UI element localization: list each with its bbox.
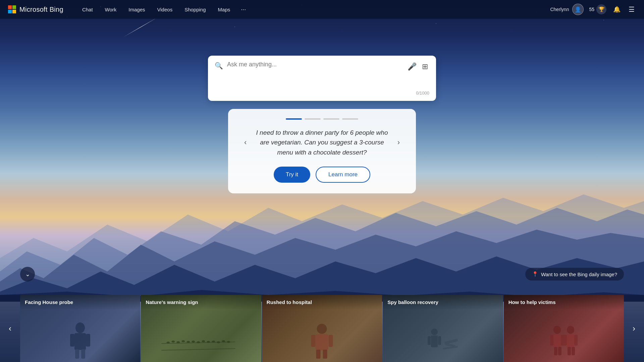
suggestion-prev-button[interactable]: ‹ xyxy=(241,137,249,148)
username-label: Cherlynn xyxy=(550,7,569,12)
char-count: 0/1000 xyxy=(215,90,429,96)
dot-1 xyxy=(286,118,302,120)
notifications-bell-icon[interactable]: 🔔 xyxy=(612,4,622,14)
suggestion-nav: ‹ I need to throw a dinner party for 6 p… xyxy=(241,128,402,157)
svg-rect-36 xyxy=(550,335,553,346)
svg-rect-22 xyxy=(316,334,328,350)
search-inner: 🔍 🎤 ⊞ xyxy=(215,61,429,88)
svg-rect-33 xyxy=(443,346,458,350)
suggestion-buttons: Try it Learn more xyxy=(274,167,370,183)
svg-rect-28 xyxy=(431,336,438,347)
svg-point-13 xyxy=(192,341,195,343)
microsoft-logo xyxy=(8,5,16,13)
daily-image-button[interactable]: 📍 Want to see the Bing daily image? xyxy=(525,268,624,281)
points-value: 55 xyxy=(589,7,594,12)
svg-point-27 xyxy=(431,328,438,335)
news-card-3-title: Rushed to hospital xyxy=(262,295,382,310)
nav-shopping[interactable]: Shopping xyxy=(179,5,211,14)
news-card-natures-warning[interactable]: Nature's warning sign xyxy=(141,295,261,362)
news-card-rushed-hospital[interactable]: Rushed to hospital xyxy=(262,295,382,362)
nav-videos[interactable]: Videos xyxy=(152,5,178,14)
svg-point-8 xyxy=(167,342,170,344)
nav-maps[interactable]: Maps xyxy=(213,5,236,14)
svg-point-40 xyxy=(567,326,574,334)
svg-point-10 xyxy=(177,341,180,343)
daily-image-label: Want to see the Bing daily image? xyxy=(541,272,617,277)
suggestion-text: I need to throw a dinner party for 6 peo… xyxy=(256,128,388,157)
svg-point-21 xyxy=(317,324,327,334)
news-card-5-figure xyxy=(549,325,579,359)
svg-rect-2 xyxy=(70,334,74,347)
svg-rect-44 xyxy=(568,347,571,355)
news-next-button[interactable]: › xyxy=(624,295,644,362)
svg-point-17 xyxy=(212,341,215,343)
dot-3 xyxy=(323,118,339,120)
ms-logo-green xyxy=(12,5,16,9)
svg-point-34 xyxy=(553,326,561,334)
svg-point-14 xyxy=(197,341,200,343)
svg-rect-35 xyxy=(553,334,561,348)
image-search-button[interactable]: ⊞ xyxy=(421,61,429,72)
news-card-facing-house-probe[interactable]: Facing House probe xyxy=(20,295,140,362)
ms-logo-blue xyxy=(8,10,12,13)
rewards-badge[interactable]: 55 🏆 xyxy=(589,4,606,14)
ms-logo-red xyxy=(8,5,12,9)
svg-rect-25 xyxy=(316,350,321,359)
scroll-down-button[interactable]: ⌄ xyxy=(20,267,35,282)
chevron-down-icon: ⌄ xyxy=(25,270,30,278)
news-cards: Facing House probe xyxy=(20,295,624,362)
ms-logo-yellow xyxy=(12,10,16,13)
user-profile[interactable]: Cherlynn 👤 xyxy=(550,4,584,15)
nav-work[interactable]: Work xyxy=(100,5,122,14)
microphone-button[interactable]: 🎤 xyxy=(406,61,418,72)
suggestion-next-button[interactable]: › xyxy=(395,137,402,148)
news-card-5-title: How to help victims xyxy=(504,295,624,310)
trophy-icon: 🏆 xyxy=(596,4,606,14)
learn-more-button[interactable]: Learn more xyxy=(316,167,370,183)
svg-rect-42 xyxy=(564,335,567,346)
nav-chat[interactable]: Chat xyxy=(77,5,98,14)
svg-rect-4 xyxy=(75,349,79,359)
svg-rect-43 xyxy=(574,335,578,346)
news-card-4-figure xyxy=(426,327,460,357)
news-strip: ‹ Facing House probe xyxy=(0,295,644,362)
svg-rect-29 xyxy=(428,336,431,345)
svg-rect-38 xyxy=(554,347,557,355)
bottom-controls: ⌄ 📍 Want to see the Bing daily image? xyxy=(0,267,644,282)
svg-rect-30 xyxy=(438,336,441,345)
progress-indicator xyxy=(286,118,358,120)
svg-rect-45 xyxy=(572,347,575,355)
location-icon: 📍 xyxy=(532,271,538,277)
brand-logo[interactable]: Microsoft Bing xyxy=(8,5,63,13)
suggestion-card: ‹ I need to throw a dinner party for 6 p… xyxy=(228,109,416,193)
main-nav: Chat Work Images Videos Shopping Maps ··… xyxy=(77,4,550,15)
news-card-help-victims[interactable]: How to help victims xyxy=(504,295,624,362)
svg-point-0 xyxy=(75,322,85,333)
hamburger-menu-icon[interactable]: ☰ xyxy=(627,4,636,15)
svg-rect-1 xyxy=(74,333,86,350)
svg-point-15 xyxy=(202,340,205,342)
dot-4 xyxy=(342,118,358,120)
news-card-4-title: Spy balloon recovery xyxy=(383,295,503,310)
svg-rect-24 xyxy=(329,335,333,347)
news-card-1-figure xyxy=(68,322,92,359)
search-actions: 🎤 ⊞ xyxy=(406,61,429,72)
news-prev-button[interactable]: ‹ xyxy=(0,295,20,362)
svg-line-7 xyxy=(162,349,235,350)
news-next-icon: › xyxy=(633,324,635,333)
nav-images[interactable]: Images xyxy=(123,5,150,14)
svg-point-12 xyxy=(187,341,190,343)
nav-more-button[interactable]: ··· xyxy=(237,4,250,15)
svg-rect-26 xyxy=(323,350,327,359)
svg-rect-39 xyxy=(558,347,561,355)
svg-point-19 xyxy=(222,340,225,342)
svg-rect-41 xyxy=(567,334,574,348)
svg-point-11 xyxy=(182,340,185,342)
search-input[interactable] xyxy=(227,61,402,88)
svg-rect-23 xyxy=(311,335,316,347)
try-it-button[interactable]: Try it xyxy=(274,167,310,183)
svg-rect-3 xyxy=(86,334,90,347)
news-card-spy-balloon[interactable]: Spy balloon recovery xyxy=(383,295,503,362)
svg-point-18 xyxy=(217,341,220,343)
news-card-1-title: Facing House probe xyxy=(20,295,140,310)
